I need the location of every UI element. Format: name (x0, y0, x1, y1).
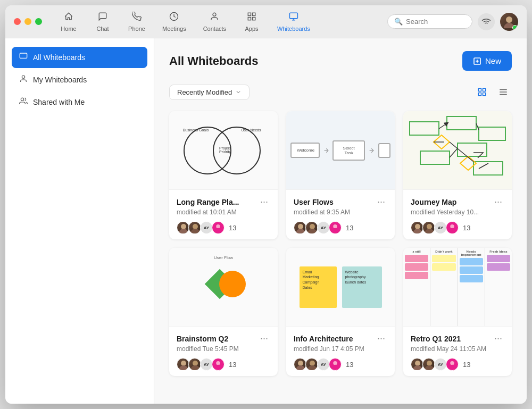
page-title: All Whiteboards (169, 54, 258, 68)
sidebar-item-all[interactable]: All Whiteboards (12, 47, 147, 68)
svg-rect-6 (289, 13, 297, 19)
wb-more-wb5[interactable]: ··· (375, 333, 387, 344)
wb-title-wb2: User Flows (294, 198, 334, 206)
wb-participants-wb1: AY 13 (177, 221, 270, 234)
wb-participants-wb4: AY 13 (177, 358, 270, 371)
content-header: All Whiteboards New (169, 51, 512, 71)
close-button[interactable] (14, 18, 21, 25)
nav-meetings[interactable]: Meetings (155, 9, 194, 35)
participant-count-wb4: 13 (229, 361, 236, 369)
wb-participants-wb2: AY 13 (294, 221, 387, 234)
chat-icon (98, 12, 107, 24)
svg-point-50 (216, 361, 220, 365)
home-icon (64, 12, 73, 24)
wb-modified-wb2: modified at 9:35 AM (294, 208, 387, 216)
svg-point-30 (310, 224, 315, 229)
search-input[interactable] (406, 18, 466, 26)
participant-pink-f (446, 358, 459, 371)
nav-contacts-label: Contacts (203, 26, 226, 32)
sidebar-my-label: My Whiteboards (33, 76, 87, 84)
wb-title-wb6: Retro Q1 2021 (411, 335, 461, 343)
maximize-button[interactable] (35, 18, 42, 25)
nav-phone[interactable]: Phone (121, 9, 153, 35)
svg-point-1 (213, 13, 216, 16)
nav-home[interactable]: Home (53, 9, 85, 35)
wb-info-wb6: Retro Q1 2021 ··· modified May 24 11:05 … (403, 327, 512, 376)
svg-rect-18 (483, 88, 486, 91)
participant-pink-d (212, 358, 225, 371)
participant-avatar-1 (177, 221, 189, 234)
wb-preview-wb6: z still Didn't work Nee (403, 248, 512, 327)
toolbar: Recently Modified (169, 84, 512, 101)
svg-point-24 (181, 224, 186, 229)
svg-point-48 (181, 361, 186, 366)
svg-point-10 (506, 16, 512, 23)
avatar[interactable] (500, 13, 518, 31)
wb-more-wb6[interactable]: ··· (492, 333, 504, 344)
wb-more-wb2[interactable]: ··· (375, 196, 387, 207)
nav-contacts[interactable]: Contacts (196, 9, 234, 35)
new-button[interactable]: New (462, 51, 512, 71)
meetings-icon (169, 12, 179, 24)
wb-info-wb1: Long Range Pla... ··· modified at 10:01 … (169, 190, 278, 239)
participant-avatar-1b (294, 221, 306, 234)
svg-rect-33 (447, 116, 476, 130)
participant-avatar-2 (188, 221, 201, 234)
wb-more-wb1[interactable]: ··· (258, 196, 270, 207)
svg-point-13 (21, 98, 23, 101)
participant-ay-d: AY (200, 358, 213, 371)
participant-count-wb2: 13 (346, 224, 353, 232)
svg-point-51 (298, 361, 303, 366)
whiteboard-card-wb4[interactable]: User Flow Brainstorm Q2 ··· modified Tue… (169, 248, 278, 376)
wb-title-wb1: Long Range Pla... (177, 198, 239, 206)
nav-whiteboards[interactable]: Whiteboards (270, 9, 318, 35)
new-button-label: New (485, 56, 501, 65)
search-box[interactable]: 🔍 (387, 14, 472, 29)
sidebar-item-shared[interactable]: Shared with Me (12, 91, 147, 113)
sidebar-item-my[interactable]: My Whiteboards (12, 69, 147, 90)
participant-ay-c: AY (434, 221, 447, 234)
whiteboard-card-wb2[interactable]: Welcome Select Task User Flows ··· modif (286, 111, 395, 239)
participant-avatar-2b (305, 221, 318, 234)
wb-title-row-wb5: Info Architecture ··· (294, 333, 387, 344)
whiteboard-card-wb5[interactable]: EmailMarketingCampaignDates Websitephoto… (286, 248, 395, 376)
sort-button[interactable]: Recently Modified (169, 85, 250, 100)
whiteboard-card-wb6[interactable]: z still Didn't work Nee (403, 248, 512, 376)
svg-point-31 (333, 224, 337, 229)
nav-apps[interactable]: Apps (236, 9, 268, 35)
participant-count-wb5: 13 (346, 361, 353, 369)
svg-rect-2 (248, 13, 251, 15)
wb-modified-wb3: modified Yesterday 10... (411, 208, 504, 216)
participant-avatar-2f (422, 358, 435, 371)
wb-more-wb3[interactable]: ··· (492, 196, 504, 207)
svg-rect-5 (253, 17, 255, 20)
wb-more-wb4[interactable]: ··· (258, 333, 270, 344)
svg-point-12 (22, 76, 24, 78)
list-view-button[interactable] (495, 84, 512, 101)
nav-items: Home Chat Phone (53, 9, 387, 35)
wb-participants-wb6: AY 13 (411, 358, 504, 371)
minimize-button[interactable] (24, 18, 31, 25)
svg-point-56 (450, 361, 454, 365)
whiteboard-card-wb1[interactable]: Business Goals User Needs Project Priori… (169, 111, 278, 239)
wb-preview-wb4: User Flow (169, 248, 278, 327)
svg-rect-19 (478, 93, 481, 96)
participant-count-wb3: 13 (463, 224, 470, 232)
svg-rect-36 (420, 151, 450, 164)
shared-icon (19, 97, 28, 107)
nav-chat[interactable]: Chat (87, 9, 119, 35)
participant-ay-b: AY (317, 221, 330, 234)
wb-info-wb4: Brainstorm Q2 ··· modified Tue 5:45 PM A (169, 327, 278, 376)
wifi-icon (478, 13, 495, 30)
wb-preview-wb3 (403, 111, 512, 190)
wb-title-row-wb2: User Flows ··· (294, 196, 387, 207)
nav-home-label: Home (61, 26, 76, 32)
whiteboard-card-wb3[interactable]: Journey Map ··· modified Yesterday 10... (403, 111, 512, 239)
participant-avatar-1e (294, 358, 306, 371)
svg-point-52 (310, 361, 315, 366)
sort-label: Recently Modified (177, 88, 232, 96)
participant-pink-b (329, 221, 342, 234)
svg-line-44 (450, 148, 458, 157)
svg-point-49 (193, 361, 198, 366)
grid-view-button[interactable] (473, 84, 491, 101)
